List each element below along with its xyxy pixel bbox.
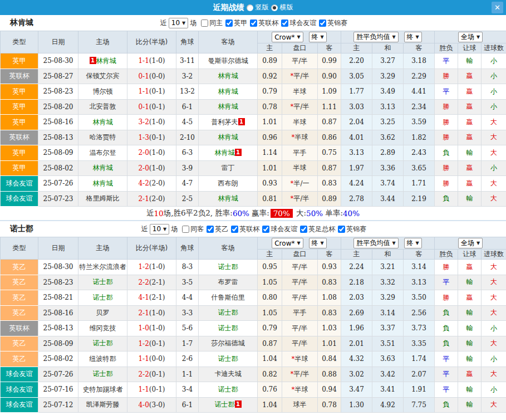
close-button[interactable]: ✕ bbox=[492, 2, 503, 13]
final-select-1[interactable]: 终▼ bbox=[309, 32, 327, 42]
col-header-5: 客场 bbox=[199, 31, 258, 53]
match-count-select[interactable]: 10▼ bbox=[150, 224, 169, 235]
chevron-down-icon: ▼ bbox=[321, 35, 324, 40]
fulltime-score: 4-1 bbox=[138, 294, 149, 301]
handicap: 球半 bbox=[282, 397, 318, 413]
games-label: 场 bbox=[190, 18, 196, 28]
odds-source-select[interactable]: Crow*▼ bbox=[272, 32, 303, 42]
league-filter-2-checkbox[interactable] bbox=[281, 19, 288, 27]
scope-select[interactable]: 全场▼ bbox=[458, 32, 483, 42]
corner-count: 1-7 bbox=[176, 336, 199, 351]
odds-away: 0.93 bbox=[318, 260, 341, 275]
final-select-2[interactable]: 终▼ bbox=[404, 238, 422, 248]
league-filter-0-label: 英乙 bbox=[215, 224, 228, 234]
home-team-name: 诺士郡 bbox=[93, 294, 113, 301]
fulltime-score: 3-2 bbox=[138, 118, 149, 126]
avg-draw: 3.44 bbox=[372, 191, 404, 207]
scope-select[interactable]: 全场▼ bbox=[458, 238, 483, 248]
same-venue-checkbox[interactable] bbox=[201, 19, 208, 27]
layout-radio-label-1[interactable]: 横版 bbox=[280, 3, 293, 12]
league-filter-2[interactable]: 球会友谊 bbox=[281, 18, 316, 28]
league-filter-0[interactable]: 英甲 bbox=[225, 18, 247, 28]
halftime-score: (0-0) bbox=[149, 72, 165, 80]
corner-count: 2-10 bbox=[176, 130, 199, 145]
avg-draw: 3.13 bbox=[372, 99, 404, 115]
corner-count: 8-3 bbox=[176, 260, 199, 275]
away-team-name: 卡迪夫城 bbox=[215, 370, 242, 378]
summary-segment: 近 bbox=[146, 208, 154, 218]
league-filter-2[interactable]: 球会友谊 bbox=[262, 224, 297, 234]
same-venue[interactable]: 同客 bbox=[182, 224, 204, 234]
final-select-1[interactable]: 终▼ bbox=[309, 238, 327, 248]
league-type-badge: 英甲 bbox=[1, 160, 38, 176]
league-filter-1-checkbox[interactable] bbox=[231, 226, 238, 233]
odds-source-select-value: Crow* bbox=[274, 33, 294, 41]
league-filter-2-checkbox[interactable] bbox=[262, 226, 269, 233]
league-filter-4[interactable]: 英锦赛 bbox=[338, 224, 366, 234]
league-filter-1[interactable]: 英联杯 bbox=[231, 224, 259, 234]
layout-radio-0[interactable] bbox=[247, 4, 253, 11]
sections-container: 林肯城近10▼场同主英甲英联杯球会友谊英锦赛类型日期主场比分(半场)角球客场Cr… bbox=[0, 15, 506, 413]
odds-away: 0.83 bbox=[318, 275, 341, 290]
home-team-name: 特兰米尔流浪者 bbox=[80, 263, 126, 271]
final-select-2[interactable]: 终▼ bbox=[404, 32, 422, 42]
odds-source-select[interactable]: Crow*▼ bbox=[272, 238, 303, 248]
halftime-score: (2-0) bbox=[149, 179, 165, 187]
league-filter-1-checkbox[interactable] bbox=[250, 19, 257, 27]
away-team: 林肯城 bbox=[199, 99, 258, 115]
match-count-select-value: 10 bbox=[153, 225, 161, 233]
league-filter-3-checkbox[interactable] bbox=[300, 226, 307, 233]
same-venue[interactable]: 同主 bbox=[201, 18, 223, 28]
fulltime-score: 4-2 bbox=[138, 179, 149, 187]
score: 1-0(1-0) bbox=[127, 321, 176, 336]
avg-draw: 3.21 bbox=[372, 260, 404, 275]
score: 2-0(1-0) bbox=[127, 160, 176, 176]
avg-draw: 3.29 bbox=[372, 69, 404, 84]
home-team-name: 诺士郡 bbox=[93, 339, 113, 347]
match-date: 25-08-09 bbox=[38, 145, 78, 161]
avg-home: 3.47 bbox=[341, 382, 372, 398]
home-team-name: 凯泽斯劳滕 bbox=[86, 401, 120, 408]
fulltime-score: 1-1 bbox=[138, 87, 149, 95]
league-filter-3-checkbox[interactable] bbox=[319, 19, 326, 27]
avg-select[interactable]: 胜平负均值▼ bbox=[353, 32, 398, 42]
league-filter-0-checkbox[interactable] bbox=[207, 226, 214, 233]
avg-away: 2.34 bbox=[404, 99, 435, 115]
avg-draw: 3.14 bbox=[372, 305, 404, 321]
away-team-name: 西布朗 bbox=[218, 179, 238, 187]
layout-radio-label-0[interactable]: 竖版 bbox=[256, 3, 269, 12]
home-team: 北安普敦 bbox=[78, 99, 127, 115]
layout-radio-1[interactable] bbox=[271, 4, 278, 11]
match-date: 25-08-23 bbox=[38, 84, 78, 100]
subcol-header-8: 进球数 bbox=[482, 250, 506, 260]
league-filter-3[interactable]: 英足总杯 bbox=[300, 224, 335, 234]
league-filter-1[interactable]: 英联杯 bbox=[250, 18, 278, 28]
handicap: *平/半 bbox=[282, 69, 318, 84]
league-filter-4-checkbox[interactable] bbox=[338, 226, 345, 233]
corner-count: 2-6 bbox=[176, 351, 199, 367]
league-filter-3[interactable]: 英锦赛 bbox=[319, 18, 347, 28]
away-team-name: 普利茅夫 bbox=[212, 118, 238, 126]
match-count-select[interactable]: 10▼ bbox=[169, 18, 188, 28]
close-icon: ✕ bbox=[494, 3, 500, 12]
subcol-header-7: 让球 bbox=[458, 250, 482, 260]
match-date: 25-08-30 bbox=[38, 260, 78, 275]
odds-away: 0.86 bbox=[318, 130, 341, 145]
col-header-2: 主场 bbox=[78, 31, 127, 53]
handicap: 平手 bbox=[282, 305, 318, 321]
fulltime-score: 1-1 bbox=[138, 57, 149, 65]
league-filter-0[interactable]: 英乙 bbox=[207, 224, 228, 234]
avg-select[interactable]: 胜平负均值▼ bbox=[353, 238, 398, 248]
result-handicap: 輸 bbox=[458, 397, 482, 413]
odds-home: 0.95 bbox=[258, 260, 282, 275]
halftime-score: (1-0) bbox=[149, 57, 165, 65]
chevron-down-icon: ▼ bbox=[297, 35, 300, 40]
away-team: 林肯城 bbox=[199, 130, 258, 145]
same-venue-checkbox[interactable] bbox=[182, 226, 189, 233]
away-team: 西布朗 bbox=[199, 176, 258, 192]
match-date: 25-07-23 bbox=[38, 191, 78, 207]
league-filter-0-checkbox[interactable] bbox=[225, 19, 233, 27]
avg-home: 2.01 bbox=[341, 336, 372, 351]
avg-away: 3.13 bbox=[404, 275, 435, 290]
fulltime-score: 0-1 bbox=[138, 103, 149, 111]
